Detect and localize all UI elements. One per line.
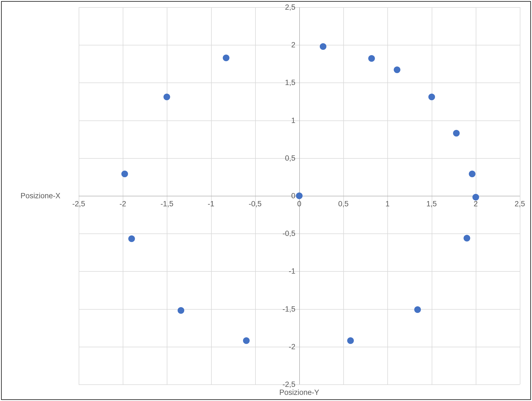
y-axis-title: Posizione-Y	[279, 388, 319, 397]
y-tick-label: 0,5	[285, 154, 295, 162]
y-tick-label: 1,5	[285, 78, 295, 87]
x-tick-label: 2	[474, 200, 478, 208]
y-tick-label: -2	[289, 342, 295, 351]
data-point	[469, 171, 475, 177]
data-point	[472, 194, 479, 200]
y-tick-label: 2	[291, 41, 295, 49]
data-point	[320, 43, 326, 50]
data-point	[464, 235, 470, 241]
plot-area: -2,5-2-1,5-1-0,500,511,522,5-2,5-2-1,5-1…	[79, 7, 520, 384]
chart-container: -2,5-2-1,5-1-0,500,511,522,5-2,5-2-1,5-1…	[1, 1, 531, 400]
x-tick-label: -2	[119, 200, 126, 208]
x-axis-title: Posizione-X	[21, 192, 60, 200]
y-tick-label: -1	[289, 267, 295, 276]
data-point	[128, 235, 135, 242]
data-point	[394, 66, 400, 73]
y-tick-label: 2,5	[285, 3, 295, 12]
data-point	[453, 130, 460, 137]
x-tick-label: -1	[208, 200, 214, 208]
y-tick-label: 1	[291, 116, 295, 125]
gridline-horizontal	[79, 384, 520, 385]
data-point	[178, 307, 184, 314]
data-point	[428, 94, 435, 100]
x-tick-label: -1,5	[160, 200, 173, 208]
data-point	[163, 94, 170, 100]
x-tick-label: 0	[297, 200, 301, 208]
x-tick-label: 1	[385, 200, 390, 208]
y-tick-label: -2,5	[282, 380, 295, 389]
y-tick-label: 0	[291, 192, 295, 200]
x-tick-label: -0,5	[249, 200, 262, 208]
x-tick-label: -2,5	[72, 200, 85, 208]
data-point	[414, 306, 421, 313]
data-point	[121, 171, 128, 177]
data-point	[243, 337, 250, 344]
gridline-vertical	[520, 7, 520, 384]
x-tick-label: 1,5	[426, 200, 437, 208]
y-tick-label: -1,5	[282, 305, 295, 313]
x-tick-label: 0,5	[338, 200, 349, 208]
data-point	[223, 55, 229, 61]
y-tick-label: -0,5	[282, 229, 295, 238]
data-point	[368, 55, 375, 62]
data-point	[296, 192, 303, 199]
x-tick-label: 2,5	[515, 200, 525, 208]
data-point	[347, 337, 354, 344]
